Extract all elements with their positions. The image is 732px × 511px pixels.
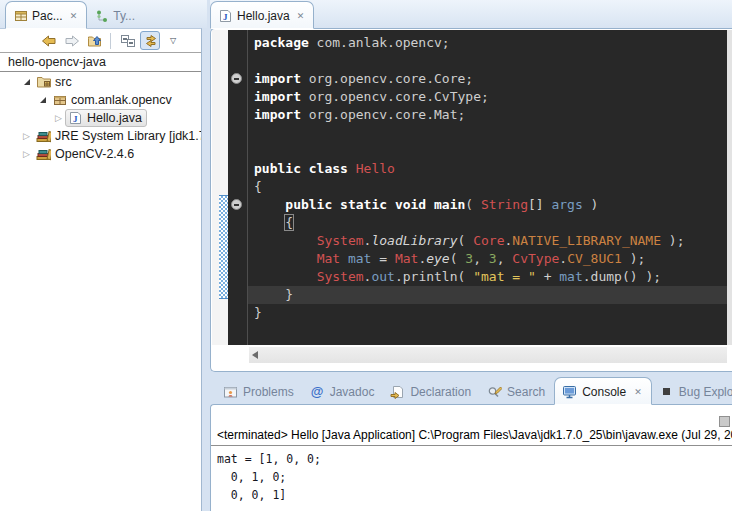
code-token: Mat <box>317 251 340 266</box>
console-output[interactable]: mat = [1, 0, 0; 0, 1, 0; 0, 0, 1] <box>211 446 732 504</box>
console-output-line: 0, 0, 1] <box>217 486 732 504</box>
tab-label: Pac... <box>32 9 63 23</box>
code-line: { <box>248 178 727 196</box>
code-token: org.opencv.core.Core; <box>301 71 473 86</box>
editor-vertical-scrollbar[interactable] <box>727 30 732 345</box>
up-button[interactable] <box>84 31 104 50</box>
package-folder-icon <box>36 75 51 90</box>
code-token: loadLibrary <box>371 233 457 248</box>
tree-item-label: com.anlak.opencv <box>71 93 172 107</box>
console-tabstrip: Problems@JavadocDeclarationSearchConsole… <box>210 378 732 404</box>
tree-item-label: Hello.java <box>87 111 142 125</box>
view-tab-pac[interactable]: Pac...✕ <box>5 1 87 29</box>
tab-label: Hello.java <box>237 9 290 23</box>
collapse-arrow-icon[interactable] <box>36 97 49 103</box>
code-token: { <box>285 215 293 230</box>
back-button[interactable] <box>38 31 58 50</box>
code-token <box>254 269 317 284</box>
code-line: { <box>248 214 727 232</box>
close-icon[interactable]: ✕ <box>70 11 78 21</box>
code-token: dump <box>591 269 622 284</box>
editor-horizontal-scrollbar[interactable] <box>249 347 727 363</box>
folding-ruler[interactable] <box>228 30 247 345</box>
project-tree: srccom.anlak.opencv▷JHello.java▷JRE Syst… <box>0 72 201 163</box>
code-token: mat <box>559 269 582 284</box>
code-token: ( <box>450 251 466 266</box>
problems-icon <box>223 384 238 399</box>
view-tab-console[interactable]: Console✕ <box>554 377 652 405</box>
console-status-line: <terminated> Hello [Java Application] C:… <box>211 428 732 446</box>
javadoc-icon: @ <box>310 384 325 399</box>
java-file-icon: J <box>68 111 83 126</box>
package-explorer-panel: ▽ hello-opencv-java srccom.anlak.opencv▷… <box>0 28 202 511</box>
tree-item-com-anlak-opencv[interactable]: com.anlak.opencv <box>0 91 201 109</box>
view-tab-declaration[interactable]: Declaration <box>383 378 480 404</box>
tree-item-hello-java[interactable]: ▷JHello.java <box>0 109 201 127</box>
code-line: import org.opencv.core.CvType; <box>248 88 727 106</box>
code-token <box>340 251 348 266</box>
eclipse-window: Pac...✕Ty... ▽ hello-opencv-java srccom.… <box>0 0 732 511</box>
code-token: ); <box>622 251 645 266</box>
close-icon[interactable]: ✕ <box>297 11 305 21</box>
console-icon <box>562 384 577 399</box>
code-line <box>248 52 727 70</box>
console-toolbar-icon[interactable] <box>719 416 730 427</box>
tree-item-opencv-2-4-6[interactable]: ▷OpenCV-2.4.6 <box>0 145 201 163</box>
view-tab-search[interactable]: Search <box>480 378 554 404</box>
code-editor[interactable]: package com.anlak.opencv;import org.open… <box>247 30 727 345</box>
code-token: println <box>403 269 458 284</box>
code-token: eye <box>426 251 449 266</box>
back-arrow-icon <box>41 33 56 48</box>
project-root[interactable]: hello-opencv-java <box>0 53 201 72</box>
fold-collapse-icon[interactable] <box>231 199 242 210</box>
expand-arrow-icon[interactable]: ▷ <box>52 114 65 123</box>
scroll-left-arrow-icon[interactable] <box>252 351 258 359</box>
code-token: out <box>371 269 394 284</box>
tree-item-src[interactable]: src <box>0 73 201 91</box>
collapse-all-button[interactable] <box>117 31 137 50</box>
declaration-icon <box>390 384 405 399</box>
editor-tabstrip: JHello.java✕ <box>210 0 732 28</box>
code-line: Mat mat = Mat.eye( 3, 3, CvType.CV_8UC1 … <box>248 250 727 268</box>
expand-arrow-icon[interactable]: ▷ <box>20 132 33 141</box>
forward-button[interactable] <box>61 31 81 50</box>
code-line: } <box>248 304 727 322</box>
code-token: . <box>583 269 591 284</box>
code-token: ); <box>661 233 684 248</box>
tree-item-jre-system-library-jdk1-7-0-25[interactable]: ▷JRE System Library [jdk1.7.0_25] <box>0 127 201 145</box>
tab-label: Declaration <box>410 385 471 399</box>
code-line <box>248 124 727 142</box>
tab-label: Ty... <box>113 9 135 23</box>
fold-collapse-icon[interactable] <box>231 73 242 84</box>
code-line: } <box>248 286 727 304</box>
view-tab-problems[interactable]: Problems <box>216 378 303 404</box>
code-line <box>248 142 727 160</box>
code-token <box>254 251 317 266</box>
view-tab-ty[interactable]: Ty... <box>87 2 144 28</box>
search-icon <box>487 384 502 399</box>
tree-item-content: src <box>33 73 77 91</box>
code-token: import <box>254 107 301 122</box>
tree-item-content: OpenCV-2.4.6 <box>33 145 139 163</box>
code-line: public class Hello <box>248 160 727 178</box>
view-tab-javadoc[interactable]: @Javadoc <box>303 378 384 404</box>
view-menu-button[interactable]: ▽ <box>163 31 183 50</box>
collapse-arrow-icon[interactable] <box>20 79 33 85</box>
code-token: Mat <box>395 251 418 266</box>
editor-tab-hello-java[interactable]: JHello.java✕ <box>210 1 314 29</box>
toolbar-separator <box>110 33 111 49</box>
code-token: () ); <box>622 269 661 284</box>
console-output-line: mat = [1, 0, 0; <box>217 450 732 468</box>
view-tab-bug-explorer[interactable]: Bug Explorer <box>652 378 732 404</box>
range-indicator <box>219 195 228 299</box>
code-token: Hello <box>348 161 395 176</box>
expand-arrow-icon[interactable]: ▷ <box>20 150 33 159</box>
tree-item-label: OpenCV-2.4.6 <box>55 147 134 161</box>
folder-up-icon <box>87 33 102 48</box>
console-view: <terminated> Hello [Java Application] C:… <box>210 404 732 511</box>
close-icon[interactable]: ✕ <box>634 387 642 397</box>
link-with-editor-button[interactable] <box>140 31 160 50</box>
vertical-ruler[interactable] <box>212 30 228 345</box>
forward-arrow-icon <box>64 33 79 48</box>
code-token: System <box>317 269 364 284</box>
